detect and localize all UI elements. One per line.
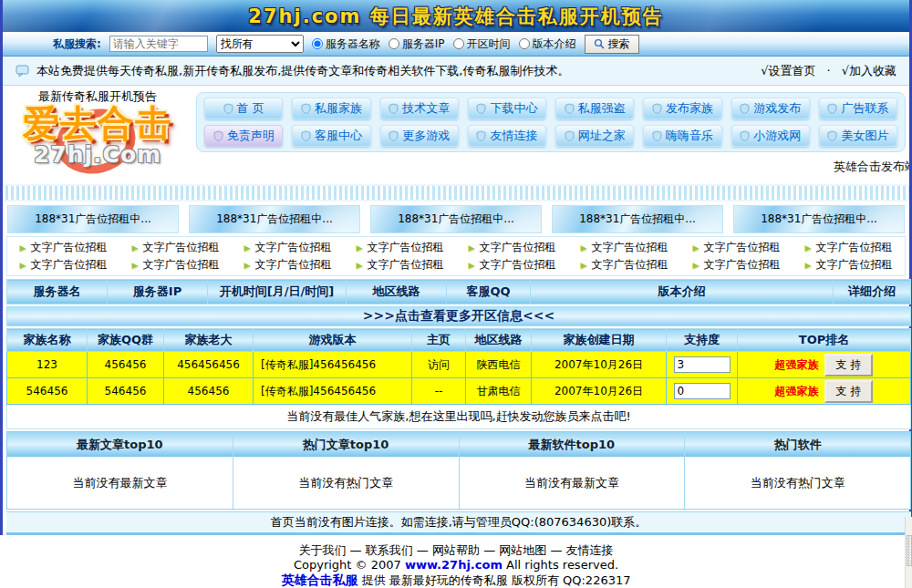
radio-version[interactable]: 版本介绍 [519,36,576,52]
text-ad-link[interactable]: ▶文字广告位招租 [232,239,344,256]
nav-more-games[interactable]: 更多游戏 [380,125,459,147]
text-ad-link[interactable]: ▶文字广告位招租 [7,239,119,256]
shield-icon [476,130,486,141]
nav-ad-contact[interactable]: 广告联系 [819,98,897,119]
text-ad-label: 文字广告位招租 [479,257,555,273]
text-ad-label: 文字广告位招租 [367,257,443,273]
nav-home-label: 首 页 [237,100,264,117]
marquee-text[interactable]: 英雄合击发布站 [834,159,909,175]
more-open-info-link[interactable]: >>>点击查看更多开区信息<<< [6,306,911,326]
nav-game-publish[interactable]: 游戏发布 [731,98,810,119]
add-favorite-link[interactable]: √加入收藏 [842,63,896,79]
nav-mini-games[interactable]: 小游戏网 [731,125,810,147]
text-ad-link[interactable]: ▶文字广告位招租 [119,256,232,273]
ad-banner[interactable]: 188*31广告位招租中... [552,205,723,233]
support-count-input[interactable] [674,383,731,399]
nav-url-home[interactable]: 网址之家 [555,125,634,147]
text-ad-link[interactable]: ▶文字广告位招租 [7,256,119,273]
shield-icon [565,103,575,114]
nav-mini-games-label: 小游戏网 [753,128,801,144]
family-version-cell: [传奇私服]456456456 [254,378,412,405]
radio-server-ip-input[interactable] [389,38,399,49]
text-ad-link[interactable]: ▶文字广告位招租 [456,256,568,273]
nav-articles[interactable]: 技术文章 [380,98,459,119]
col-service-qq: 客服QQ [447,280,531,304]
text-ad-label: 文字广告位招租 [703,257,780,273]
text-ad-link[interactable]: ▶文字广告位招租 [232,256,344,273]
nav-friend-links[interactable]: 友情连接 [468,125,546,147]
ad-banner[interactable]: 188*31广告位招租中... [189,205,360,233]
site-title: 27hj.com 每日最新英雄合击私服开机预告 [248,4,663,29]
family-boss-cell: 456456456 [164,352,254,378]
radio-server-name-input[interactable] [312,38,323,49]
footer-sitemap-link[interactable]: 网站地图 [499,543,546,557]
text-ad-label: 文字广告位招租 [142,257,219,273]
ad-banner[interactable]: 188*31广告位招租中... [7,205,179,233]
footer-site-link[interactable]: www.27hj.com [405,558,503,572]
nav-disclaimer[interactable]: 免责声明 [204,125,283,147]
radio-version-input[interactable] [519,38,530,49]
family-version-cell: [传奇私服]456456456 [254,352,412,378]
arrow-bullet-icon: ▶ [357,243,363,253]
footer-about-link[interactable]: 关于我们 [298,543,346,557]
footer-contact-link[interactable]: 联系我们 [366,543,413,557]
support-button[interactable]: 支 持 [824,354,874,377]
radio-open-time-input[interactable] [453,38,464,49]
ad-banner[interactable]: 188*31广告位招租中... [370,205,542,233]
text-ad-link[interactable]: ▶文字广告位招租 [456,239,568,256]
page: 27hj.com 每日最新英雄合击私服开机预告 私服搜索: 找所有 服务器名称 … [0,0,912,588]
scrollbar-thumb[interactable] [907,535,912,566]
family-line-cell: 陕西电信 [466,352,532,378]
footer-friendlink-link[interactable]: 友情连接 [566,543,614,557]
nav-home[interactable]: 首 页 [204,98,283,119]
section-hot-articles[interactable]: 热门文章top10 [233,432,460,457]
radio-server-ip[interactable]: 服务器IP [389,36,445,52]
marquee-row: 英雄合击发布站 [192,155,909,178]
col-family-qq: 家族QQ群 [88,329,164,352]
text-ad-link[interactable]: ▶文字广告位招租 [793,239,905,256]
nav-family[interactable]: 私服家族 [292,98,370,119]
support-button[interactable]: 支 持 [824,380,874,403]
support-count-input[interactable] [674,356,731,373]
radio-open-time[interactable]: 开区时间 [453,36,511,52]
footer-separator: — [346,543,365,557]
nav-service[interactable]: 客服中心 [292,125,370,147]
section-latest-software[interactable]: 最新软件top10 [460,432,686,457]
text-ad-label: 文字广告位招租 [254,240,331,255]
section-hot-software[interactable]: 热门软件 [685,432,910,457]
shield-icon [565,130,575,141]
text-ad-label: 文字广告位招租 [30,240,107,255]
logo-block[interactable]: 最新传奇私服开机预告 爱去合击 27hj.Com [3,86,192,184]
text-ad-link[interactable]: ▶文字广告位招租 [793,256,905,273]
footer-help-link[interactable]: 网站帮助 [432,543,480,557]
nav-publish-family[interactable]: 发布家族 [643,98,721,119]
text-ad-link[interactable]: ▶文字广告位招租 [680,256,793,273]
search-scope-select[interactable]: 找所有 [216,35,304,53]
search-button[interactable]: 搜索 [585,35,639,54]
nav-downloads[interactable]: 下载中心 [468,98,546,119]
nav-music[interactable]: 嗨嗨音乐 [643,125,721,147]
footer-brand-link[interactable]: 英雄合击私服 [282,573,358,587]
text-ad-label: 文字广告位招租 [591,240,668,255]
text-ad-link[interactable]: ▶文字广告位招租 [119,239,232,256]
family-qq-cell: 546456 [88,378,164,405]
text-ad-link[interactable]: ▶文字广告位招租 [344,239,456,256]
vertical-scrollbar[interactable] [905,517,912,588]
text-ad-link[interactable]: ▶文字广告位招租 [568,239,680,256]
text-ads-row-1: ▶文字广告位招租 ▶文字广告位招租 ▶文字广告位招租 ▶文字广告位招租 ▶文字广… [7,239,905,256]
radio-server-name[interactable]: 服务器名称 [312,36,380,52]
footer: 关于我们 — 联系我们 — 网站帮助 — 网站地图 — 友情连接 Copyrig… [0,535,912,588]
nav-panel: 首 页 私服家族 技术文章 下载中心 私服强盗 发布家族 游戏发布 广告联系 免… [196,92,906,152]
text-ad-link[interactable]: ▶文字广告位招租 [568,256,680,273]
set-homepage-link[interactable]: √设置首页 [761,63,815,79]
ad-banner[interactable]: 188*31广告位招租中... [733,205,905,233]
search-input[interactable] [109,36,208,52]
nav-sf-bandit[interactable]: 私服强盗 [555,98,634,119]
text-ad-link[interactable]: ▶文字广告位招租 [344,256,456,273]
family-home-link[interactable]: 访问 [412,352,466,378]
family-boss-cell: 456456 [164,378,254,405]
nav-beauty-pics[interactable]: 美女图片 [819,125,897,147]
col-version-intro: 版本介绍 [531,280,834,304]
section-latest-articles[interactable]: 最新文章top10 [7,432,233,457]
text-ad-link[interactable]: ▶文字广告位招租 [680,239,793,256]
